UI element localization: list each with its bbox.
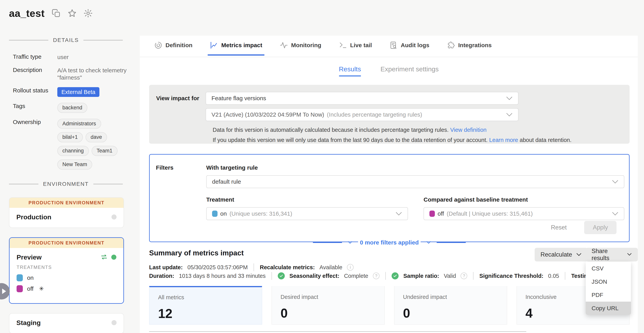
line-chart-icon: [210, 41, 218, 49]
details-rows: Traffic type user Description A/A test t…: [13, 54, 128, 170]
info-icon[interactable]: i: [347, 264, 354, 270]
targeting-rule-select[interactable]: default rule: [206, 175, 624, 188]
traffic-type-label: Traffic type: [13, 54, 57, 61]
owner-pill[interactable]: channing: [57, 146, 89, 156]
tag-pill[interactable]: backend: [57, 103, 87, 113]
metric-card-value: 12: [158, 306, 262, 321]
environment-section-header: ENVIRONMENT: [9, 181, 123, 187]
share-results-button-label: Share results: [592, 248, 623, 262]
significance-value: 0.05: [548, 273, 559, 279]
menu-item-copy-url[interactable]: Copy URL: [586, 302, 631, 315]
tab-integrations[interactable]: Integrations: [447, 41, 492, 55]
tab-monitoring[interactable]: Monitoring: [280, 41, 321, 55]
environment-card-preview[interactable]: PRODUCTION ENVIRONMENT Preview TREATMENT…: [9, 237, 124, 304]
details-section-title: DETAILS: [53, 37, 79, 43]
metric-card-desired-impact[interactable]: Desired impact 0: [272, 286, 384, 324]
filters-section: Filters With targeting rule default rule…: [149, 154, 630, 242]
environment-name: Staging: [16, 319, 112, 326]
targeting-rule-label: With targeting rule: [206, 164, 624, 171]
reset-button[interactable]: Reset: [551, 224, 566, 231]
duration-value: 1013 days 8 hours and 33 minutes: [179, 273, 266, 279]
check-circle-icon: [392, 272, 398, 280]
filters-label: Filters: [156, 164, 206, 220]
tabs-row: Definition Metrics impact Monitoring Liv…: [140, 36, 638, 57]
default-treatment-asterisk-icon: ✳: [39, 285, 44, 292]
treatment-off-row: off ✳: [16, 285, 116, 292]
owner-pill[interactable]: New Team: [57, 160, 92, 170]
treatments-title: TREATMENTS: [16, 264, 116, 270]
treatment-select[interactable]: on (Unique users: 316,341): [206, 207, 408, 220]
production-environment-banner: PRODUCTION ENVIRONMENT: [10, 238, 124, 248]
owner-pill[interactable]: dave: [86, 132, 107, 142]
view-impact-section: View impact for Feature flag versions V2…: [149, 85, 630, 144]
baseline-label: Compared against baseline treatment: [424, 196, 624, 203]
tab-label: Live tail: [350, 42, 372, 48]
divider: [473, 272, 474, 280]
treatment-off-label: off: [27, 286, 34, 292]
help-icon[interactable]: ?: [460, 272, 467, 279]
metric-card-all-metrics[interactable]: All metrics 12: [149, 286, 262, 324]
recalculate-button[interactable]: Recalculate: [535, 248, 588, 262]
tags-row: Tags backend: [13, 103, 128, 113]
divider-line: [313, 242, 342, 243]
tab-label: Audit logs: [401, 42, 430, 48]
owner-pill[interactable]: bilal+1: [57, 132, 83, 142]
baseline-select-value: off: [438, 210, 444, 217]
sidebar-collapse-handle[interactable]: [0, 283, 10, 300]
chevron-down-icon: [348, 241, 352, 244]
rollout-status-label: Rollout status: [13, 87, 57, 97]
view-impact-label: View impact for: [156, 92, 206, 121]
menu-item-pdf[interactable]: PDF: [586, 288, 631, 302]
version-select[interactable]: V21 (Active) (10/03/2022 04:59PM To Now)…: [206, 108, 518, 121]
metric-card-label: All metrics: [158, 294, 262, 301]
view-definition-link[interactable]: View definition: [450, 127, 486, 133]
version-note: (Includes percentage targeting rules): [327, 111, 422, 118]
description-label: Description: [13, 67, 57, 81]
subtab-experiment-settings[interactable]: Experiment settings: [380, 65, 439, 76]
terminal-icon: [339, 41, 347, 49]
recalculate-metrics-value: Available: [320, 264, 342, 270]
baseline-select[interactable]: off (Default | Unique users: 315,461): [424, 207, 624, 220]
last-update-label: Last update:: [149, 264, 183, 270]
environment-section-title: ENVIRONMENT: [43, 181, 89, 187]
ownership-row: Ownership Administrators bilal+1 dave ch…: [13, 119, 128, 170]
chevron-right-icon: [2, 288, 6, 294]
tab-audit-logs[interactable]: Audit logs: [390, 41, 430, 55]
impact-type-select[interactable]: Feature flag versions: [206, 92, 518, 105]
apply-button[interactable]: Apply: [584, 221, 616, 234]
version-note-line-2: If you update this version we will only …: [213, 136, 630, 144]
last-update-value: 05/30/2025 03:57:06PM: [187, 264, 248, 270]
owner-pill[interactable]: Administrators: [57, 119, 101, 129]
divider: [565, 272, 565, 280]
tab-live-tail[interactable]: Live tail: [339, 41, 372, 55]
menu-item-json[interactable]: JSON: [586, 275, 631, 288]
environment-card-production[interactable]: PRODUCTION ENVIRONMENT Production: [9, 197, 124, 228]
help-icon[interactable]: ?: [373, 272, 380, 279]
traffic-type-value: user: [57, 54, 128, 61]
production-environment-banner: PRODUCTION ENVIRONMENT: [9, 198, 124, 208]
summary-title: Summary of metrics impact: [149, 249, 244, 257]
status-dot-gray: [112, 320, 116, 325]
subtab-results[interactable]: Results: [339, 65, 361, 76]
ownership-label: Ownership: [13, 119, 57, 170]
tab-definition[interactable]: Definition: [154, 41, 192, 55]
targeting-rule-value: default rule: [212, 178, 241, 185]
learn-more-link[interactable]: Learn more: [489, 137, 518, 143]
divider-line: [436, 242, 466, 243]
treatment-select-note: (Unique users: 316,341): [230, 210, 292, 217]
environment-card-staging[interactable]: Staging: [9, 313, 124, 333]
description-value: A/A test to check telemetry "fairness": [57, 67, 128, 81]
main-panel: Definition Metrics impact Monitoring Liv…: [140, 36, 638, 333]
more-filters-toggle[interactable]: 0 more filters applied: [150, 239, 629, 246]
summary-info-line-2: Duration: 1013 days 8 hours and 33 minut…: [149, 272, 630, 280]
treatment-on-row: on: [16, 274, 116, 281]
menu-item-csv[interactable]: CSV: [586, 262, 631, 275]
owner-pill[interactable]: Team1: [92, 146, 118, 156]
rollout-status-row: Rollout status External Beta: [13, 87, 128, 97]
treatment-on-swatch: [212, 210, 218, 217]
rollout-status-badge[interactable]: External Beta: [57, 87, 100, 97]
details-section-header: DETAILS: [9, 37, 123, 43]
share-results-button[interactable]: Share results: [586, 248, 638, 262]
metric-card-undesired-impact[interactable]: Undesired impact 0: [394, 286, 507, 324]
tab-metrics-impact[interactable]: Metrics impact: [210, 41, 262, 55]
